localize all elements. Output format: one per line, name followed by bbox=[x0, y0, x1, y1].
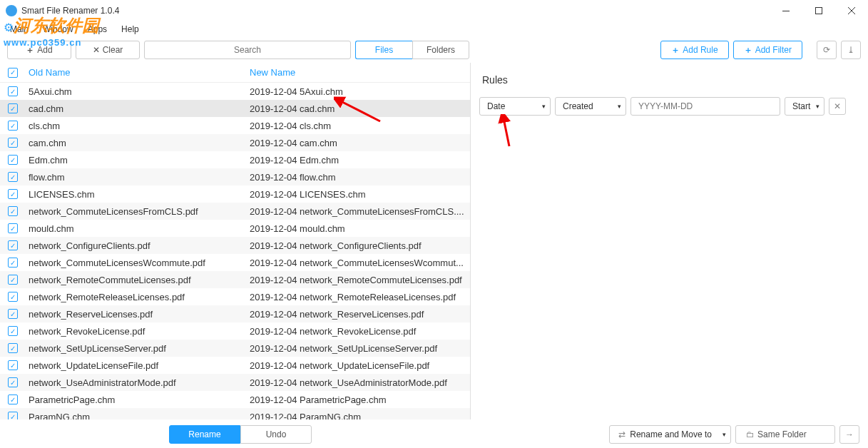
maximize-button[interactable] bbox=[802, 0, 835, 21]
table-row[interactable]: ✓mould.chm2019-12-04 mould.chm bbox=[0, 220, 470, 237]
table-row[interactable]: ✓network_SetUpLicenseServer.pdf2019-12-0… bbox=[0, 340, 470, 357]
table-row[interactable]: ✓flow.chm2019-12-04 flow.chm bbox=[0, 168, 470, 185]
remove-rule-button[interactable]: ✕ bbox=[829, 98, 846, 115]
rule-format-input[interactable] bbox=[630, 97, 780, 116]
old-name-cell: flow.chm bbox=[26, 172, 247, 183]
titlebar: Smart File Renamer 1.0.4 bbox=[0, 0, 868, 21]
old-name-cell: Edm.chm bbox=[26, 155, 247, 166]
table-row[interactable]: ✓cam.chm2019-12-04 cam.chm bbox=[0, 134, 470, 151]
menu-window[interactable]: Window bbox=[37, 23, 79, 36]
footer: Rename Undo ⇄Rename and Move to 🗀Same Fo… bbox=[0, 421, 868, 448]
table-row[interactable]: ✓cad.chm2019-12-04 cad.chm bbox=[0, 100, 470, 117]
refresh-button[interactable]: ⟳ bbox=[817, 41, 837, 59]
new-name-cell: 2019-12-04 LICENSES.chm bbox=[247, 189, 470, 200]
table-row[interactable]: ✓network_ReserveLicenses.pdf2019-12-04 n… bbox=[0, 305, 470, 322]
save-preset-button[interactable]: ⤓ bbox=[841, 41, 861, 59]
new-name-cell: 2019-12-04 network_ReserveLicenses.pdf bbox=[247, 309, 470, 320]
main-area: ✓ Old Name New Name ✓5Axui.chm2019-12-04… bbox=[0, 63, 868, 419]
row-checkbox[interactable]: ✓ bbox=[8, 326, 18, 336]
add-button[interactable]: ＋Add bbox=[7, 41, 71, 59]
row-checkbox[interactable]: ✓ bbox=[8, 103, 18, 113]
table-row[interactable]: ✓5Axui.chm2019-12-04 5Axui.chm bbox=[0, 83, 470, 100]
new-name-cell: 2019-12-04 network_CommuteLicensesWcommu… bbox=[247, 258, 470, 268]
row-checkbox[interactable]: ✓ bbox=[8, 275, 18, 285]
table-row[interactable]: ✓network_RevokeLicense.pdf2019-12-04 net… bbox=[0, 322, 470, 340]
table-row[interactable]: ✓network_ConfigureClients.pdf2019-12-04 … bbox=[0, 237, 470, 254]
table-row[interactable]: ✓network_CommuteLicensesFromCLS.pdf2019-… bbox=[0, 203, 470, 220]
go-button[interactable]: → bbox=[839, 425, 859, 444]
menu-help[interactable]: Help bbox=[116, 23, 145, 36]
row-checkbox[interactable]: ✓ bbox=[8, 189, 18, 199]
clear-button[interactable]: ✕Clear bbox=[76, 41, 140, 59]
row-checkbox[interactable]: ✓ bbox=[8, 206, 18, 216]
new-name-cell: 2019-12-04 network_CommuteLicensesFromCL… bbox=[247, 206, 470, 217]
old-name-cell: mould.chm bbox=[26, 223, 247, 234]
folders-tab[interactable]: Folders bbox=[412, 41, 469, 59]
old-name-cell: network_UseAdministratorMode.pdf bbox=[26, 377, 247, 388]
row-checkbox[interactable]: ✓ bbox=[8, 343, 18, 353]
files-tab[interactable]: Files bbox=[355, 41, 412, 59]
row-checkbox[interactable]: ✓ bbox=[8, 360, 18, 370]
row-checkbox[interactable]: ✓ bbox=[8, 394, 18, 404]
rule-type-dropdown[interactable]: Date bbox=[479, 97, 551, 116]
new-name-cell: 2019-12-04 network_RevokeLicense.pdf bbox=[247, 326, 470, 337]
add-filter-button[interactable]: ＋Add Filter bbox=[733, 41, 802, 59]
row-checkbox[interactable]: ✓ bbox=[8, 240, 18, 250]
rule-position-dropdown[interactable]: Start bbox=[785, 97, 824, 116]
rule-sub-dropdown[interactable]: Created bbox=[555, 97, 626, 116]
new-name-cell: 2019-12-04 network_UpdateLicenseFile.pdf bbox=[247, 360, 470, 371]
rules-panel: Rules Date Created Start ✕ bbox=[471, 63, 868, 419]
rename-button[interactable]: Rename bbox=[169, 425, 240, 444]
minimize-button[interactable] bbox=[770, 0, 802, 21]
rule-row: Date Created Start ✕ bbox=[471, 91, 868, 121]
new-name-cell: 2019-12-04 cls.chm bbox=[247, 121, 470, 131]
column-new-name[interactable]: New Name bbox=[247, 67, 470, 78]
row-checkbox[interactable]: ✓ bbox=[8, 309, 18, 319]
row-checkbox[interactable]: ✓ bbox=[8, 258, 18, 268]
table-row[interactable]: ✓network_RemoteReleaseLicenses.pdf2019-1… bbox=[0, 288, 470, 305]
table-row[interactable]: ✓Edm.chm2019-12-04 Edm.chm bbox=[0, 151, 470, 168]
table-body[interactable]: ✓5Axui.chm2019-12-04 5Axui.chm✓cad.chm20… bbox=[0, 83, 470, 419]
row-checkbox[interactable]: ✓ bbox=[8, 172, 18, 182]
add-rule-button[interactable]: ＋Add Rule bbox=[660, 41, 728, 59]
row-checkbox[interactable]: ✓ bbox=[8, 155, 18, 165]
table-row[interactable]: ✓network_UpdateLicenseFile.pdf2019-12-04… bbox=[0, 357, 470, 374]
table-header: ✓ Old Name New Name bbox=[0, 63, 470, 83]
new-name-cell: 2019-12-04 5Axui.chm bbox=[247, 86, 470, 97]
table-row[interactable]: ✓ParametricPage.chm2019-12-04 Parametric… bbox=[0, 391, 470, 408]
new-name-cell: 2019-12-04 cam.chm bbox=[247, 138, 470, 148]
old-name-cell: LICENSES.chm bbox=[26, 189, 247, 200]
old-name-cell: cls.chm bbox=[26, 121, 247, 131]
folder-icon: 🗀 bbox=[746, 429, 755, 439]
table-row[interactable]: ✓network_CommuteLicensesWcommute.pdf2019… bbox=[0, 254, 470, 271]
new-name-cell: 2019-12-04 ParametricPage.chm bbox=[247, 394, 470, 405]
mode-dropdown[interactable]: ⇄Rename and Move to bbox=[609, 425, 731, 444]
row-checkbox[interactable]: ✓ bbox=[8, 412, 18, 419]
search-input[interactable] bbox=[144, 41, 351, 59]
window-title: Smart File Renamer 1.0.4 bbox=[21, 6, 119, 16]
table-row[interactable]: ✓network_UseAdministratorMode.pdf2019-12… bbox=[0, 374, 470, 391]
select-all-checkbox[interactable]: ✓ bbox=[8, 68, 18, 78]
old-name-cell: network_RemoteCommuteLicenses.pdf bbox=[26, 275, 247, 285]
table-row[interactable]: ✓network_RemoteCommuteLicenses.pdf2019-1… bbox=[0, 271, 470, 288]
row-checkbox[interactable]: ✓ bbox=[8, 292, 18, 302]
same-folder-button[interactable]: 🗀Same Folder bbox=[735, 425, 835, 444]
close-button[interactable] bbox=[835, 0, 868, 21]
table-row[interactable]: ✓LICENSES.chm2019-12-04 LICENSES.chm bbox=[0, 185, 470, 203]
menu-apps[interactable]: Apps bbox=[82, 23, 113, 36]
table-row[interactable]: ✓cls.chm2019-12-04 cls.chm bbox=[0, 117, 470, 134]
undo-button[interactable]: Undo bbox=[240, 425, 312, 444]
row-checkbox[interactable]: ✓ bbox=[8, 223, 18, 233]
menu-main[interactable]: Main bbox=[4, 23, 34, 36]
row-checkbox[interactable]: ✓ bbox=[8, 138, 18, 148]
column-old-name[interactable]: Old Name bbox=[26, 67, 247, 78]
row-checkbox[interactable]: ✓ bbox=[8, 121, 18, 131]
old-name-cell: ParametricPage.chm bbox=[26, 394, 247, 405]
rules-header: Rules bbox=[471, 63, 868, 91]
window-controls bbox=[770, 0, 868, 21]
row-checkbox[interactable]: ✓ bbox=[8, 377, 18, 387]
row-checkbox[interactable]: ✓ bbox=[8, 86, 18, 96]
table-row[interactable]: ✓ParamNG.chm2019-12-04 ParamNG.chm bbox=[0, 408, 470, 419]
new-name-cell: 2019-12-04 mould.chm bbox=[247, 223, 470, 234]
new-name-cell: 2019-12-04 network_UseAdministratorMode.… bbox=[247, 377, 470, 388]
